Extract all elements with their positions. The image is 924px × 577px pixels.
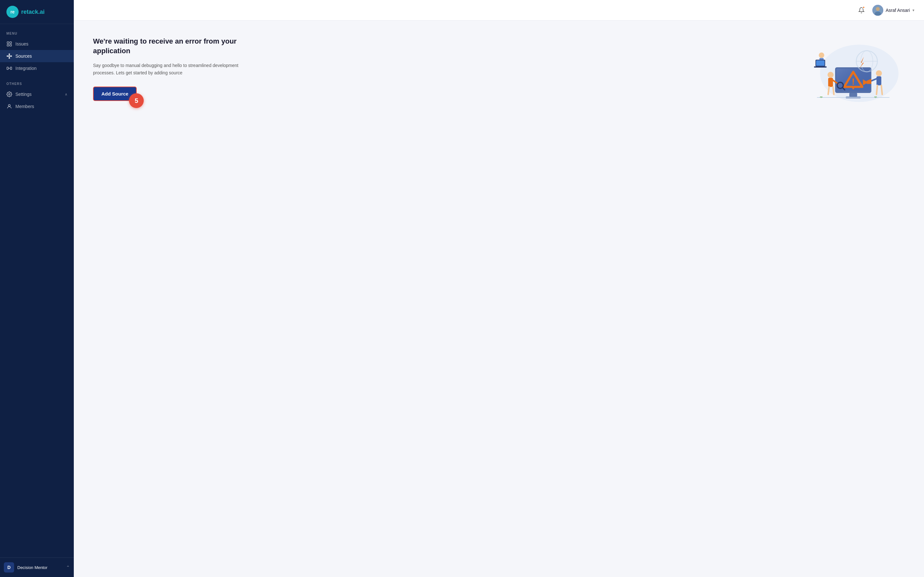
- svg-point-38: [876, 70, 882, 76]
- sidebar-item-settings[interactable]: Settings ∧: [0, 88, 74, 100]
- logo-text: retack.ai: [21, 9, 45, 15]
- svg-point-4: [9, 55, 10, 57]
- svg-rect-14: [10, 67, 12, 69]
- content-right: !: [796, 37, 905, 107]
- svg-line-36: [828, 87, 829, 95]
- sidebar-item-issues[interactable]: Issues: [0, 38, 74, 50]
- svg-point-6: [11, 56, 12, 57]
- svg-point-8: [7, 56, 8, 57]
- svg-rect-49: [814, 66, 827, 68]
- add-source-button-wrapper: Add Source 5: [93, 87, 137, 101]
- svg-rect-48: [816, 60, 825, 66]
- svg-point-17: [8, 105, 10, 106]
- menu-section-label: MENU: [0, 32, 74, 35]
- page-title: We're waiting to receive an error from y…: [93, 37, 254, 55]
- user-menu[interactable]: Asraf Ansari ▾: [872, 5, 914, 16]
- sidebar-nav: MENU Issues: [0, 24, 74, 558]
- svg-point-5: [9, 54, 10, 55]
- svg-line-44: [881, 85, 882, 94]
- logo-prefix: re: [10, 9, 15, 15]
- content-left: We're waiting to receive an error from y…: [93, 37, 254, 101]
- avatar: [872, 5, 883, 16]
- svg-rect-0: [7, 42, 9, 43]
- notification-dot: [863, 6, 865, 9]
- sidebar-item-sources-label: Sources: [15, 53, 32, 59]
- svg-point-45: [819, 53, 824, 58]
- header: Asraf Ansari ▾: [74, 0, 924, 21]
- main-content: Asraf Ansari ▾ We're waiting to receive …: [74, 0, 924, 577]
- svg-text:!: !: [852, 76, 855, 87]
- workspace-avatar: D: [4, 562, 14, 572]
- svg-rect-32: [828, 78, 833, 87]
- step-badge: 5: [129, 93, 144, 108]
- hub-icon: [6, 53, 12, 59]
- sidebar-item-members[interactable]: Members: [0, 100, 74, 113]
- others-section-label: OTHERS: [0, 82, 74, 85]
- svg-point-16: [9, 93, 10, 95]
- sidebar-item-settings-label: Settings: [15, 92, 32, 97]
- user-chevron-icon: ▾: [913, 8, 914, 13]
- svg-rect-39: [877, 76, 881, 85]
- svg-rect-1: [10, 42, 11, 43]
- workspace-expand-icon[interactable]: ⌃: [66, 565, 70, 570]
- svg-rect-2: [7, 45, 9, 46]
- svg-point-7: [9, 58, 10, 59]
- svg-rect-25: [849, 93, 857, 97]
- logo-badge: re: [6, 6, 19, 18]
- sidebar-item-issues-label: Issues: [15, 41, 28, 47]
- grid-icon: [6, 41, 12, 47]
- svg-line-43: [877, 85, 877, 94]
- page-description: Say goodbye to manual debugging and hell…: [93, 62, 254, 76]
- svg-point-29: [853, 87, 855, 89]
- page-body: We're waiting to receive an error from y…: [74, 21, 924, 577]
- svg-rect-13: [7, 67, 9, 69]
- svg-rect-3: [10, 45, 11, 46]
- sidebar: re retack.ai MENU Issues: [0, 0, 74, 577]
- sidebar-footer[interactable]: D Decision Mentor ⌃: [0, 558, 74, 577]
- workspace-name: Decision Mentor: [17, 565, 63, 570]
- sidebar-item-integration[interactable]: Integration: [0, 62, 74, 74]
- notification-bell-button[interactable]: [856, 5, 867, 16]
- sidebar-logo: re retack.ai: [0, 0, 74, 24]
- error-illustration: !: [799, 37, 901, 107]
- svg-point-19: [876, 7, 880, 11]
- settings-chevron-icon: ∧: [65, 92, 67, 97]
- gear-icon: [6, 91, 12, 97]
- sidebar-item-members-label: Members: [15, 104, 34, 109]
- integration-icon: [6, 65, 12, 71]
- svg-line-37: [833, 87, 834, 95]
- sidebar-item-sources[interactable]: Sources: [0, 50, 74, 62]
- svg-point-31: [827, 72, 834, 78]
- person-icon: [6, 103, 12, 109]
- username-label: Asraf Ansari: [886, 8, 910, 13]
- sidebar-item-integration-label: Integration: [15, 66, 37, 71]
